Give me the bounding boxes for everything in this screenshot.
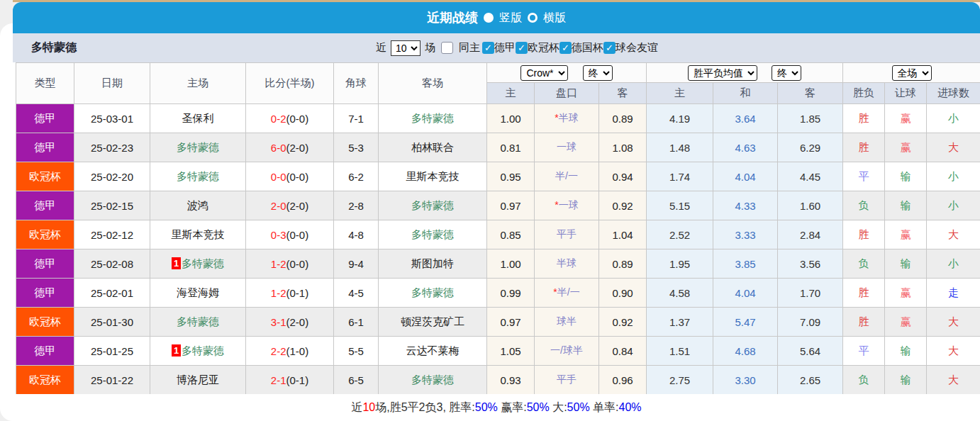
- league-filter-欧冠杯[interactable]: ✓欧冠杯: [516, 41, 559, 55]
- home-team: 博洛尼亚: [177, 374, 219, 386]
- handicap-name: 半球: [557, 257, 577, 269]
- league-badge: 德甲: [16, 249, 74, 279]
- summary-footer: 近10场,胜5平2负3, 胜率:50% 赢率:50% 大:50% 单率:40%: [13, 394, 980, 421]
- odds-home: 1.00: [487, 249, 535, 279]
- scope-select-cell: 全场: [843, 63, 980, 83]
- layout-horizontal-label[interactable]: 横版: [543, 11, 566, 26]
- avg-home: 4.58: [647, 279, 713, 308]
- league-filter-球会友谊[interactable]: ✓球会友谊: [603, 41, 658, 55]
- corner-score: 5-5: [334, 337, 379, 366]
- result-handicap: 赢: [885, 308, 927, 337]
- odds-away: 0.92: [599, 308, 647, 337]
- avg-home: 1.37: [647, 308, 713, 337]
- layout-horizontal-radio[interactable]: [528, 13, 538, 23]
- odds-home: 1.00: [487, 104, 535, 133]
- table-row: 德甲 25-02-01 海登海姆 1-2(0-1) 4-5 多特蒙德 0.99 …: [16, 279, 980, 308]
- result-goals: 大: [927, 133, 980, 162]
- table-row: 德甲 25-02-23 多特蒙德 6-0(2-0) 5-3 柏林联合 0.81 …: [16, 133, 980, 162]
- result-wdl: 胜: [843, 308, 885, 337]
- league-badge: 德甲: [16, 337, 74, 366]
- handicap-cell: 半球: [535, 249, 599, 279]
- handicap-cell: 球半: [535, 308, 599, 337]
- score-cell: 2-1(0-1): [246, 366, 334, 395]
- layout-vertical-label[interactable]: 竖版: [499, 11, 522, 26]
- home-team-cell: 海登海姆: [150, 279, 246, 308]
- score-full: 1-2: [271, 258, 286, 270]
- result-goals: 大: [927, 366, 980, 395]
- avg-draw: 4.63: [713, 133, 778, 162]
- subcol-result-goals: 进球数: [927, 83, 980, 104]
- team-name-header: 多特蒙德: [31, 40, 77, 55]
- bookmaker-select[interactable]: Crow*: [520, 65, 568, 81]
- league-filter-label[interactable]: 德甲: [494, 41, 516, 55]
- result-goals: 小: [927, 249, 980, 279]
- league-filter-checkbox[interactable]: ✓: [516, 42, 528, 54]
- result-handicap: 赢: [885, 133, 927, 162]
- odds-stage-select[interactable]: 终: [583, 65, 613, 81]
- odds-away: 0.89: [599, 104, 647, 133]
- layout-vertical-radio[interactable]: [484, 13, 494, 23]
- league-filter-label[interactable]: 德国杯: [572, 41, 603, 55]
- avg-draw: 4.04: [713, 279, 778, 308]
- table-row: 德甲 25-03-01 圣保利 0-2(0-0) 7-1 多特蒙德 1.00 *…: [16, 104, 980, 133]
- league-filters: ✓德甲✓欧冠杯✓德国杯✓球会友谊: [482, 41, 658, 55]
- avg-away: 4.45: [778, 162, 843, 191]
- score-half: (0-1): [286, 374, 309, 386]
- avg-home: 2.75: [647, 366, 713, 395]
- league-filter-checkbox[interactable]: ✓: [482, 42, 494, 54]
- home-team: 圣保利: [182, 112, 214, 124]
- avg-away: 1.85: [778, 104, 843, 133]
- summary-segment: 单率:: [590, 400, 619, 415]
- recent-count-select[interactable]: 10: [391, 40, 421, 56]
- away-team: 云达不莱梅: [406, 344, 460, 357]
- league-filter-checkbox[interactable]: ✓: [603, 42, 616, 54]
- away-team-cell: 多特蒙德: [379, 191, 487, 220]
- away-team: 柏林联合: [411, 141, 454, 153]
- avg-away: 7.09: [778, 308, 843, 337]
- same-home-label[interactable]: 同主: [459, 41, 480, 55]
- home-team: 多特蒙德: [177, 141, 219, 153]
- league-filter-label[interactable]: 欧冠杯: [528, 41, 559, 55]
- result-wdl: 平: [843, 162, 885, 191]
- handicap-cell: *半球: [535, 104, 599, 133]
- league-filter-德国杯[interactable]: ✓德国杯: [559, 41, 603, 55]
- match-date: 25-02-20: [74, 162, 150, 191]
- league-filter-checkbox[interactable]: ✓: [559, 42, 572, 54]
- away-team-cell: 里斯本竞技: [379, 162, 487, 191]
- home-team: 波鸿: [187, 199, 208, 211]
- avg-away: 3.56: [778, 249, 843, 279]
- avg-stage-select[interactable]: 终: [772, 65, 801, 81]
- score-half: (1-0): [286, 345, 309, 357]
- home-team: 多特蒙德: [182, 344, 224, 357]
- score-half: (2-0): [286, 200, 309, 212]
- avg-selects-cell: 胜平负均值 终: [647, 63, 843, 83]
- league-filter-德甲[interactable]: ✓德甲: [482, 41, 516, 55]
- score-half: (0-1): [286, 287, 309, 299]
- match-date: 25-01-25: [74, 337, 150, 366]
- score-full: 0-3: [271, 229, 286, 241]
- avg-draw: 3.33: [713, 220, 778, 249]
- result-handicap: 赢: [885, 104, 927, 133]
- league-filter-label[interactable]: 球会友谊: [616, 41, 658, 55]
- score-cell: 3-1(2-0): [246, 308, 334, 337]
- scope-select[interactable]: 全场: [892, 65, 932, 81]
- score-half: (2-0): [286, 142, 309, 154]
- result-wdl: 胜: [843, 104, 885, 133]
- table-row: 欧冠杯 25-02-12 里斯本竞技 0-3(0-0) 4-8 多特蒙德 0.8…: [16, 220, 980, 249]
- handicap-name: 半/一: [557, 286, 580, 298]
- avg-type-select[interactable]: 胜平负均值: [688, 65, 757, 81]
- result-goals: 大: [927, 220, 980, 249]
- home-team: 多特蒙德: [182, 257, 224, 269]
- summary-segment: 近: [351, 400, 362, 415]
- same-home-checkbox[interactable]: [441, 42, 453, 54]
- summary-segment: 50%: [527, 401, 550, 414]
- match-date: 25-02-23: [74, 133, 150, 162]
- match-date: 25-02-01: [74, 279, 150, 308]
- odds-home: 0.97: [487, 191, 535, 220]
- avg-draw: 3.85: [713, 249, 778, 279]
- result-goals: 小: [927, 191, 980, 220]
- odds-home: 0.81: [487, 133, 535, 162]
- result-handicap: 赢: [885, 279, 927, 308]
- league-badge: 德甲: [16, 104, 74, 133]
- results-table: 类型 日期 主场 比分(半场) 角球 客场 Crow* 终 胜平负均值 终 全场…: [16, 62, 980, 395]
